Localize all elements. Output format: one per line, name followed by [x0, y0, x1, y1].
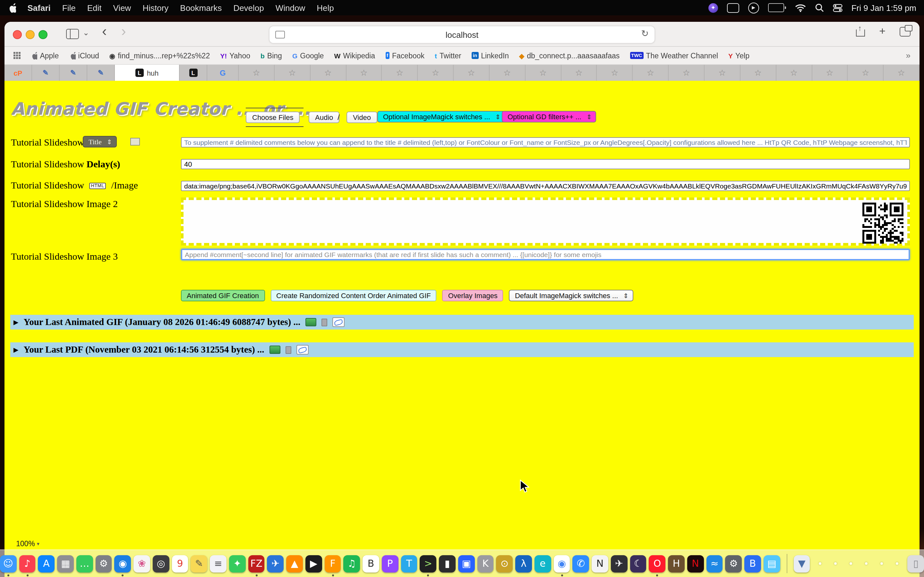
dock-photos-icon[interactable]: ❀ — [134, 555, 150, 572]
input-source-icon[interactable] — [727, 3, 739, 13]
dock-terminal-icon[interactable]: > — [420, 555, 437, 572]
address-bar[interactable]: localhost ↻ — [269, 26, 655, 44]
bookmark-yelp[interactable]: YYelp — [728, 52, 750, 59]
menu-file[interactable]: File — [62, 3, 76, 13]
menu-extra-badge-icon[interactable]: ✦ — [708, 3, 718, 13]
tab-empty-13[interactable]: ☆ — [669, 65, 704, 81]
tab-empty-10[interactable]: ☆ — [561, 65, 597, 81]
tab-empty-12[interactable]: ☆ — [633, 65, 669, 81]
bookmark-facebook[interactable]: fFacebook — [385, 52, 425, 59]
bookmark-yahoo[interactable]: Y!Yahoo — [220, 52, 250, 59]
bookmark-find-minus-rep-22s-22[interactable]: ◉find_minus....rep+%22s%22 — [110, 52, 210, 59]
dock-keyboard-icon[interactable]: K — [477, 555, 494, 572]
menu-bar-clock[interactable]: Fri 9 Jan 1:59 pm — [851, 3, 916, 13]
bookmark-bing[interactable]: bBing — [260, 52, 282, 59]
dock-filezilla-icon[interactable]: FZ — [248, 555, 265, 572]
dock-files-icon[interactable]: ▤ — [764, 555, 780, 572]
dock-bluetooth-icon[interactable]: B — [744, 555, 761, 572]
menu-view[interactable]: View — [113, 3, 131, 13]
menu-window[interactable]: Window — [276, 3, 305, 13]
search-icon[interactable] — [815, 3, 824, 13]
tab-l-site[interactable]: L — [180, 65, 207, 81]
bookmark-icloud[interactable]: iCloud — [69, 52, 99, 59]
tab-empty-4[interactable]: ☆ — [346, 65, 382, 81]
title-config-input[interactable] — [181, 137, 910, 147]
dock-telegram-icon[interactable]: T — [401, 555, 417, 572]
dock-downloads-icon[interactable]: ▼ — [793, 555, 810, 572]
dock-utilities-icon[interactable]: ⚙ — [725, 555, 742, 572]
bookmark-db-connect-p-aaasaaafaas[interactable]: ◆db_connect.p...aaasaaafaas — [519, 52, 620, 59]
gd-filters-select[interactable]: Optional GD filters++ ...⇕ — [502, 111, 596, 122]
tab-empty-18[interactable]: ☆ — [848, 65, 884, 81]
share-icon[interactable] — [856, 26, 865, 37]
tab-empty-1[interactable]: ☆ — [239, 65, 275, 81]
disclosure-triangle-icon[interactable]: ▶ — [13, 346, 18, 353]
dock-luna-icon[interactable]: ☾ — [630, 555, 646, 572]
dock-automator-icon[interactable]: ⊙ — [496, 555, 513, 572]
dock-bear-icon[interactable]: B — [363, 555, 379, 572]
battery-icon[interactable] — [768, 3, 786, 13]
menu-bookmarks[interactable]: Bookmarks — [180, 3, 222, 13]
tab-google[interactable]: G — [207, 65, 239, 81]
tab-empty-5[interactable]: ☆ — [382, 65, 418, 81]
dock-vlc-icon[interactable]: ▲ — [286, 555, 303, 572]
tab-editor-2[interactable]: ✎ — [60, 65, 87, 81]
tab-overview-icon[interactable] — [900, 27, 911, 36]
dock-app-store-icon[interactable]: A — [38, 555, 55, 572]
animated-gif-creation-button[interactable]: Animated GIF Creation — [181, 290, 265, 301]
gif-preview-icon[interactable] — [305, 318, 317, 326]
now-playing-icon[interactable]: ▶ — [748, 2, 759, 13]
menu-history[interactable]: History — [142, 3, 168, 13]
tab-empty-16[interactable]: ☆ — [776, 65, 812, 81]
menu-help[interactable]: Help — [317, 3, 334, 13]
tab-editor-3[interactable]: ✎ — [87, 65, 115, 81]
dock-tv-icon[interactable]: ▶ — [305, 555, 322, 572]
zoom-indicator[interactable]: 100% ▾ — [16, 540, 39, 548]
small-file-icon[interactable] — [321, 318, 327, 326]
dock-finder-icon[interactable]: ☺ — [0, 555, 16, 572]
tab-group-chevron-icon[interactable]: ⌄ — [83, 26, 89, 40]
tab-empty-17[interactable]: ☆ — [812, 65, 848, 81]
bookmark-twitter[interactable]: tTwitter — [435, 52, 461, 59]
dock-calendar-icon[interactable]: 9 — [172, 555, 188, 572]
pdf-preview-icon[interactable] — [270, 346, 280, 354]
overlay-images-button[interactable]: Overlay Images — [443, 290, 503, 301]
bookmark-linkedin[interactable]: inLinkedIn — [472, 52, 509, 59]
dock-messages-icon[interactable]: … — [76, 555, 93, 572]
small-file-icon[interactable] — [286, 346, 291, 354]
site-settings-icon[interactable] — [275, 31, 285, 39]
dock-homebrew-icon[interactable]: H — [668, 555, 685, 572]
forward-button[interactable]: › — [121, 24, 126, 39]
bookmarks-overflow-chevron-icon[interactable]: » — [906, 51, 911, 60]
dock-reminders-icon[interactable]: ≡ — [210, 555, 226, 572]
video-button[interactable]: Video — [347, 111, 377, 123]
tab-empty-14[interactable]: ☆ — [704, 65, 740, 81]
dock-spotify-icon[interactable]: ♫ — [344, 555, 360, 572]
dock-camera-icon[interactable]: ◎ — [153, 555, 170, 572]
dock-water-icon[interactable]: ≈ — [706, 555, 723, 572]
bookmark-the-weather-channel[interactable]: TWCThe Weather Channel — [630, 52, 718, 59]
last-pdf-bar[interactable]: ▶ Your Last PDF (November 03 2021 06:14:… — [10, 342, 914, 357]
thumbnail-icon[interactable] — [333, 318, 344, 327]
dock-zoom-icon[interactable]: ✆ — [573, 555, 590, 572]
html-image-input[interactable] — [181, 181, 910, 191]
tab-empty-8[interactable]: ☆ — [489, 65, 525, 81]
dock-transmit-icon[interactable]: ✈ — [267, 555, 284, 572]
dock-notion-icon[interactable]: N — [591, 555, 608, 572]
dock-trash-icon[interactable]: ▯ — [908, 555, 924, 572]
bookmark-apple[interactable]: Apple — [31, 52, 59, 59]
dock-opera-icon[interactable]: O — [649, 555, 666, 572]
control-center-icon[interactable] — [833, 3, 843, 13]
minimize-window-button[interactable] — [26, 30, 35, 39]
menu-develop[interactable]: Develop — [233, 3, 264, 13]
dock-launchpad-icon[interactable]: ▦ — [57, 555, 74, 572]
wifi-icon[interactable] — [795, 3, 806, 13]
close-window-button[interactable] — [13, 30, 22, 39]
thumbnail-icon[interactable] — [296, 345, 309, 355]
default-imagemagick-select[interactable]: Default ImageMagick switches ...⇕ — [509, 290, 633, 301]
new-tab-button[interactable]: + — [879, 26, 885, 37]
title-select[interactable]: Title⇕ — [83, 136, 117, 147]
bookmark-wikipedia[interactable]: WWikipedia — [334, 52, 375, 59]
disclosure-triangle-icon[interactable]: ▶ — [13, 319, 18, 326]
zoom-window-button[interactable] — [39, 30, 47, 39]
